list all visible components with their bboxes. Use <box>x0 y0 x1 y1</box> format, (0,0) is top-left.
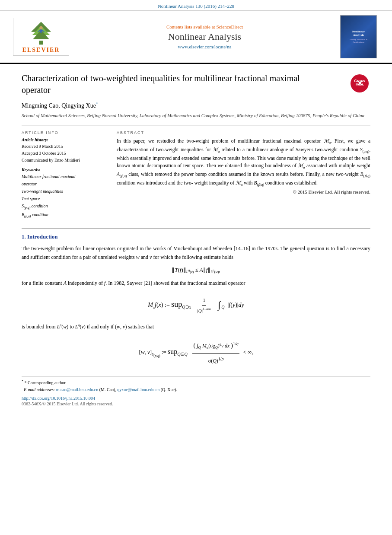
journal-header: ELSEVIER Contents lists available at Sci… <box>0 11 392 64</box>
copyright: © 2015 Elsevier Ltd. All rights reserved… <box>117 189 370 194</box>
equation-3: [w, v]S(p,q) := supQ∈Q ( ∫Q Mα(σχQ)qv dx… <box>22 338 370 367</box>
journal-center: Contents lists available at ScienceDirec… <box>69 24 340 49</box>
keyword-1b: operator <box>22 180 108 188</box>
article-history: Article history: Received 9 March 2015 A… <box>22 137 108 164</box>
article-info-label: ARTICLE INFO <box>22 131 108 135</box>
journal-cover: NonlinearAnalysis Theory, Methods &Appli… <box>340 15 379 58</box>
authors: Mingming Cao, Qingying Xue* <box>22 102 370 109</box>
main-content: Characterization of two-weighted inequal… <box>0 64 392 415</box>
footnote-area: * * Corresponding author. E-mail address… <box>22 376 370 406</box>
journal-url[interactable]: www.elsevier.com/locate/na <box>69 44 340 49</box>
keyword-4: S(p,q) condition <box>22 202 108 211</box>
intro-para-1: The two-weight problem for linear operat… <box>22 245 370 261</box>
sciencedirect-link-text[interactable]: ScienceDirect <box>216 24 243 29</box>
svg-rect-5 <box>40 29 42 32</box>
accepted-date: Accepted 3 October 2015 <box>22 150 108 157</box>
received-date: Received 9 March 2015 <box>22 143 108 150</box>
elsevier-brand-text: ELSEVIER <box>22 47 60 54</box>
keyword-3: Tent space <box>22 195 108 202</box>
elsevier-logo: ELSEVIER <box>13 18 69 56</box>
article-info-column: ARTICLE INFO Article history: Received 9… <box>22 131 108 223</box>
introduction-heading: 1. Introduction <box>22 233 370 240</box>
title-section: Characterization of two-weighted inequal… <box>22 73 370 96</box>
abstract-label: ABSTRACT <box>117 131 370 135</box>
rights-text: 0362-546X/© 2015 Elsevier Ltd. All right… <box>22 401 370 406</box>
section-divider <box>22 229 370 229</box>
page: Nonlinear Analysis 130 (2016) 214–228 <box>0 0 392 535</box>
intro-para-3: is bounded from Lp(w) to Lq(v) if and on… <box>22 323 370 331</box>
equation-1: ‖T(f)‖Lq(v) ≤ A‖f‖Lp(w), <box>22 267 370 274</box>
keywords-label: Keywords: <box>22 167 108 172</box>
keyword-2: Two-weight inequalities <box>22 188 108 195</box>
elsevier-tree-icon <box>24 20 58 46</box>
email-2-link[interactable]: qyxue@mail.bnu.edu.cn <box>117 387 159 392</box>
author-note: * <box>96 102 98 106</box>
communicated-by: Communicated by Enzo Mitidieri <box>22 157 108 164</box>
svg-text:Mark: Mark <box>356 83 364 86</box>
abstract-text: In this paper, we restudied the two-weig… <box>117 137 370 188</box>
crossmark[interactable]: ✕ Cross Mark <box>349 73 370 94</box>
abstract-column: ABSTRACT In this paper, we restudied the… <box>117 131 370 223</box>
svg-rect-0 <box>39 41 43 45</box>
journal-title: Nonlinear Analysis <box>69 31 340 42</box>
corresponding-note: * * Corresponding author. <box>22 379 370 386</box>
intro-para-2: for a finite constant A independently of… <box>22 279 370 287</box>
sciencedirect-line: Contents lists available at ScienceDirec… <box>69 24 340 29</box>
keyword-5: B(p,q) condition <box>22 211 108 220</box>
journal-reference: Nonlinear Analysis 130 (2016) 214–228 <box>0 0 392 11</box>
email-line: E-mail addresses: m.cao@mail.bnu.edu.cn … <box>22 386 370 393</box>
keyword-1: Multilinear fractional maximal <box>22 173 108 180</box>
doi-link[interactable]: http://dx.doi.org/10.1016/j.na.2015.10.0… <box>22 396 370 401</box>
equation-2: Mαf(x) := supQ∋x 1 |Q|1−α/n ∫Q |f(y)|dy <box>22 295 370 316</box>
cover-title-text: NonlinearAnalysis Theory, Methods &Appli… <box>350 30 368 44</box>
article-title: Characterization of two-weighted inequal… <box>22 73 344 96</box>
crossmark-icon: ✕ Cross Mark <box>351 74 369 92</box>
article-info-abstract: ARTICLE INFO Article history: Received 9… <box>22 125 370 223</box>
keywords-section: Keywords: Multilinear fractional maximal… <box>22 167 108 219</box>
history-label: Article history: <box>22 137 108 142</box>
svg-point-4 <box>39 26 42 29</box>
affiliation: School of Mathematical Sciences, Beijing… <box>22 112 370 119</box>
email-1-link[interactable]: m.cao@mail.bnu.edu.cn <box>56 387 99 392</box>
keywords-list: Multilinear fractional maximal operator … <box>22 173 108 219</box>
journal-ref-text: Nonlinear Analysis 130 (2016) 214–228 <box>158 3 234 9</box>
